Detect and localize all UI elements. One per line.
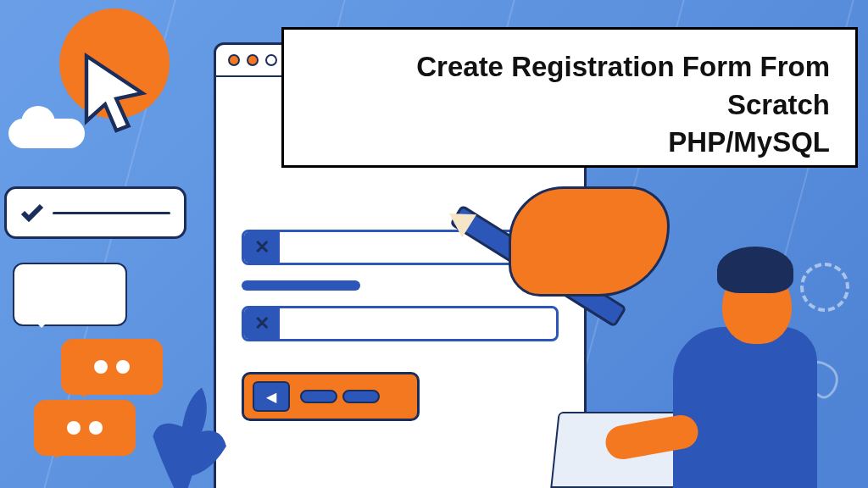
window-dot-icon [228, 54, 240, 66]
title-line-1: Create Registration Form From Scratch [416, 51, 830, 120]
pill-decoration [342, 390, 380, 403]
x-icon: ✕ [244, 308, 280, 339]
speech-bubble-decoration [13, 263, 127, 326]
cloud-decoration [8, 119, 85, 148]
chat-bubble-decoration [61, 339, 163, 395]
chat-bubble-decoration [34, 400, 136, 456]
window-dot-icon [247, 54, 259, 66]
checkmark-icon [20, 203, 44, 222]
window-dot-icon [265, 54, 277, 66]
checkmark-field [4, 186, 186, 239]
title-line-2: PHP/MySQL [668, 126, 830, 158]
person-illustration [580, 251, 817, 488]
play-left-icon: ◀ [253, 381, 290, 412]
media-control: ◀ [242, 372, 420, 421]
x-icon: ✕ [244, 232, 280, 263]
title-card: Create Registration Form From Scratch PH… [281, 27, 858, 168]
divider [242, 280, 360, 291]
pill-decoration [300, 390, 337, 403]
